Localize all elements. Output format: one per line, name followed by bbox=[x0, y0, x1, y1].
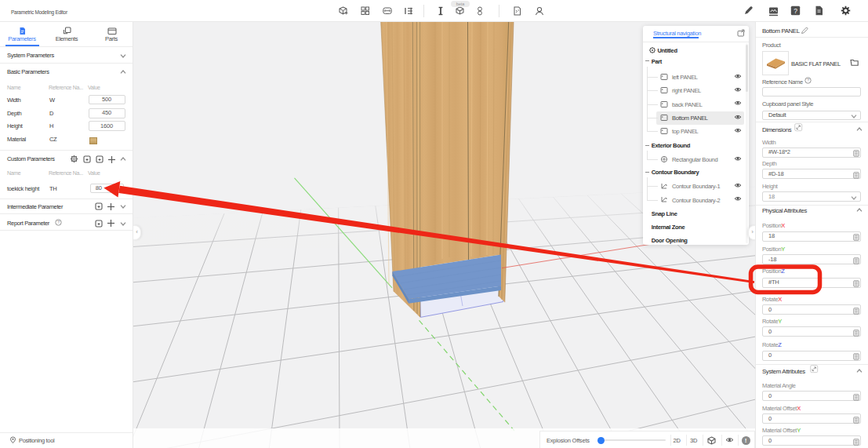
svg-text:?: ? bbox=[57, 220, 60, 224]
svg-text:?: ? bbox=[807, 78, 809, 82]
svg-text:?: ? bbox=[794, 7, 797, 15]
